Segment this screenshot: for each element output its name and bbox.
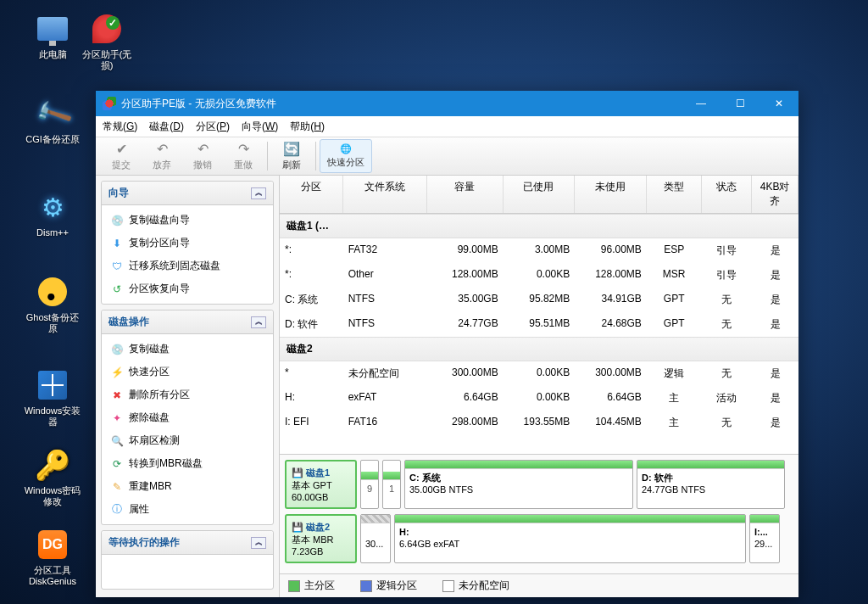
sidebar: 向导︽💿复制磁盘向导⬇复制分区向导🛡迁移系统到固态磁盘↺分区恢复向导磁盘操作︽💿… bbox=[96, 176, 279, 597]
partition-table: 分区文件系统容量已使用未使用类型状态4KB对齐磁盘1 (…*:FAT3299.0… bbox=[280, 176, 798, 454]
action-快速分区[interactable]: ⚡快速分区 bbox=[102, 361, 273, 383]
cell: 0.00KB bbox=[504, 389, 576, 407]
cell: 6.64GB bbox=[427, 389, 504, 407]
tbtn-放弃[interactable]: ↶放弃 bbox=[142, 138, 182, 174]
action-复制分区向导[interactable]: ⬇复制分区向导 bbox=[102, 232, 273, 254]
disk-info[interactable]: 💾磁盘2基本 MBR7.23GB bbox=[285, 514, 357, 563]
maximize-button[interactable]: ☐ bbox=[721, 91, 760, 116]
col-状态[interactable]: 状态 bbox=[702, 176, 753, 213]
cell: ESP bbox=[647, 242, 702, 260]
cell: 35.00GB bbox=[427, 291, 504, 309]
cell: 298.00MB bbox=[427, 414, 504, 432]
collapse-icon[interactable]: ︽ bbox=[251, 316, 266, 328]
menu-分区p[interactable]: 分区(P) bbox=[196, 120, 230, 134]
action-删除所有分区[interactable]: ✖删除所有分区 bbox=[102, 383, 273, 406]
close-button[interactable]: ✕ bbox=[760, 91, 798, 116]
desktop-icon-key[interactable]: 🔑Windows密码修改 bbox=[24, 448, 81, 507]
cell: MSR bbox=[647, 266, 702, 284]
table-row[interactable]: H:exFAT6.64GB0.00KB6.64GB主活动是 bbox=[280, 386, 798, 411]
action-复制磁盘向导[interactable]: 💿复制磁盘向导 bbox=[102, 209, 273, 232]
menu-帮助h[interactable]: 帮助(H) bbox=[290, 120, 325, 134]
desktop-icon-win[interactable]: Windows安装器 bbox=[24, 368, 81, 428]
partition-slot[interactable]: H:6.64GB exFAT bbox=[394, 514, 746, 563]
table-row[interactable]: *:Other128.00MB0.00KB128.00MBMSR引导是 bbox=[280, 263, 798, 288]
panel-header[interactable]: 向导︽ bbox=[102, 182, 273, 205]
action-label: 复制磁盘 bbox=[129, 342, 170, 356]
col-已使用[interactable]: 已使用 bbox=[504, 176, 576, 213]
cell: 是 bbox=[752, 291, 798, 309]
partition-slot[interactable]: D: 软件24.77GB NTFS bbox=[637, 460, 785, 509]
action-label: 转换到MBR磁盘 bbox=[129, 456, 203, 471]
menu-常规g[interactable]: 常规(G) bbox=[103, 120, 137, 134]
table-row[interactable]: C: 系统NTFS35.00GB95.82MB34.91GBGPT无是 bbox=[280, 288, 798, 312]
action-分区恢复向导[interactable]: ↺分区恢复向导 bbox=[102, 277, 273, 300]
desktop-icon-rg[interactable]: 分区助手(无损) bbox=[78, 12, 136, 71]
disk-row: 💾磁盘2基本 MBR7.23GB30...H:6.64GB exFATI:...… bbox=[285, 514, 793, 563]
col-类型[interactable]: 类型 bbox=[647, 176, 702, 213]
desktop-icon-hammer[interactable]: 🔨CGI备份还原 bbox=[24, 97, 81, 145]
table-row[interactable]: *未分配空间300.00MB0.00KB300.00MB逻辑无是 bbox=[280, 361, 798, 386]
swatch-icon bbox=[360, 580, 372, 592]
cell: 无 bbox=[702, 291, 753, 309]
col-文件系统[interactable]: 文件系统 bbox=[343, 176, 427, 213]
disk-group[interactable]: 磁盘2 bbox=[280, 337, 798, 361]
desktop-icon-gear[interactable]: ⚙Dism++ bbox=[24, 190, 81, 238]
action-重建MBR[interactable]: ✎重建MBR bbox=[102, 475, 273, 498]
重做-icon: ↷ bbox=[238, 141, 249, 157]
action-转换到MBR磁盘[interactable]: ⟳转换到MBR磁盘 bbox=[102, 452, 273, 475]
partition-slot[interactable]: 9 bbox=[360, 460, 379, 509]
cell: FAT16 bbox=[343, 414, 427, 432]
partition-slot[interactable]: 30... bbox=[360, 514, 391, 563]
main-area: 分区文件系统容量已使用未使用类型状态4KB对齐磁盘1 (…*:FAT3299.0… bbox=[279, 176, 798, 597]
panel-向导: 向导︽💿复制磁盘向导⬇复制分区向导🛡迁移系统到固态磁盘↺分区恢复向导 bbox=[101, 181, 274, 305]
menu-向导w[interactable]: 向导(W) bbox=[242, 120, 278, 134]
action-label: 删除所有分区 bbox=[129, 388, 190, 402]
tbtn-提交[interactable]: ✔提交 bbox=[101, 138, 142, 174]
tbtn-重做[interactable]: ↷重做 bbox=[223, 138, 264, 174]
action-复制磁盘[interactable]: 💿复制磁盘 bbox=[102, 338, 273, 361]
collapse-icon[interactable]: ︽ bbox=[251, 537, 266, 549]
partition-slot[interactable]: 1 bbox=[382, 460, 401, 509]
table-row[interactable]: *:FAT3299.00MB3.00MB96.00MBESP引导是 bbox=[280, 238, 798, 263]
action-icon: ✖ bbox=[110, 389, 124, 402]
col-4KB对齐[interactable]: 4KB对齐 bbox=[752, 176, 798, 213]
刷新-icon: 🔄 bbox=[283, 141, 300, 157]
cell: 95.51MB bbox=[504, 316, 576, 333]
cell: I: EFI bbox=[280, 414, 343, 432]
cell: 96.00MB bbox=[575, 242, 647, 260]
table-row[interactable]: I: EFIFAT16298.00MB193.55MB104.45MB主无是 bbox=[280, 411, 798, 435]
panel-header[interactable]: 磁盘操作︽ bbox=[102, 310, 273, 334]
tbtn-快速分区[interactable]: 🌐快速分区 bbox=[320, 139, 372, 173]
desktop-icon-pc[interactable]: 此电脑 bbox=[24, 12, 81, 60]
table-row[interactable]: D: 软件NTFS24.77GB95.51MB24.68GBGPT无是 bbox=[280, 312, 798, 337]
cell: 主 bbox=[647, 414, 702, 432]
cell: 34.91GB bbox=[575, 291, 647, 309]
disk-info[interactable]: 💾磁盘1基本 GPT60.00GB bbox=[285, 460, 357, 509]
action-属性[interactable]: ⓘ属性 bbox=[102, 498, 273, 521]
action-坏扇区检测[interactable]: 🔍坏扇区检测 bbox=[102, 429, 273, 452]
col-分区[interactable]: 分区 bbox=[280, 176, 343, 213]
tbtn-撤销[interactable]: ↶撤销 bbox=[182, 138, 223, 174]
tbtn-刷新[interactable]: 🔄刷新 bbox=[271, 138, 312, 174]
swatch-icon bbox=[288, 580, 300, 592]
disk-group[interactable]: 磁盘1 (… bbox=[280, 214, 798, 238]
action-擦除磁盘[interactable]: ✦擦除磁盘 bbox=[102, 406, 273, 429]
col-容量[interactable]: 容量 bbox=[427, 176, 504, 213]
cell: 引导 bbox=[702, 266, 753, 284]
action-label: 复制分区向导 bbox=[129, 236, 190, 250]
app-icon bbox=[103, 97, 116, 110]
collapse-icon[interactable]: ︽ bbox=[251, 187, 266, 199]
desktop-icon-duck[interactable]: Ghost备份还原 bbox=[24, 275, 81, 334]
partition-slot[interactable]: C: 系统35.00GB NTFS bbox=[404, 460, 633, 509]
action-迁移系统到固态磁盘[interactable]: 🛡迁移系统到固态磁盘 bbox=[102, 254, 273, 277]
partition-slot[interactable]: I:...29... bbox=[749, 514, 780, 563]
minimize-button[interactable]: ― bbox=[682, 91, 721, 116]
cell: 99.00MB bbox=[427, 242, 504, 260]
cell: 24.68GB bbox=[575, 316, 647, 333]
desktop-icon-dg[interactable]: DG分区工具DiskGenius bbox=[24, 528, 81, 587]
col-未使用[interactable]: 未使用 bbox=[575, 176, 647, 213]
menu-磁盘d[interactable]: 磁盘(D) bbox=[149, 120, 184, 134]
panel-header[interactable]: 等待执行的操作︽ bbox=[102, 531, 273, 555]
titlebar[interactable]: 分区助手PE版 - 无损分区免费软件 ― ☐ ✕ bbox=[96, 91, 798, 116]
cell: 是 bbox=[752, 242, 798, 260]
